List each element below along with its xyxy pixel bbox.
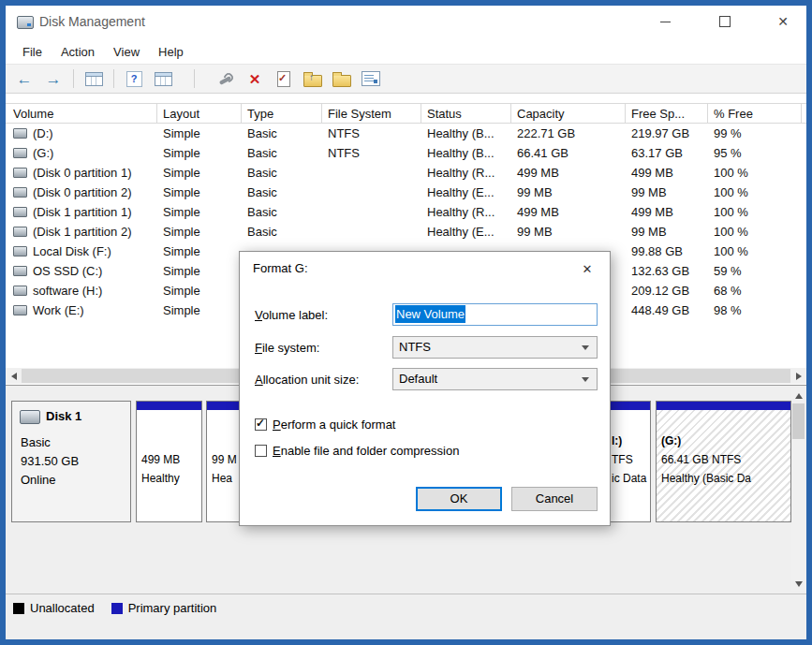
cell-volume: Local Disk (F:) [7,242,157,261]
column-header-free-space[interactable]: Free Sp... [626,104,708,124]
cell-free-space: 499 MB [626,163,708,183]
allocation-unit-select[interactable]: Default [392,368,598,390]
table-header: VolumeLayoutTypeFile SystemStatusCapacit… [6,103,806,124]
table-row[interactable]: (Disk 0 partition 1)SimpleBasicHealthy (… [6,163,806,183]
volume-label-input[interactable]: New Volume [392,303,598,326]
cell-percent-free: 98 % [708,301,802,320]
partition-label: ic Data [612,469,646,488]
cell-file-system: NTFS [322,143,421,163]
scroll-left-button[interactable] [6,368,22,384]
menu-item-help[interactable]: Help [149,41,193,63]
partition-box[interactable]: (G:)66.41 GB NTFSHealthy (Basic Da [656,401,791,522]
vertical-scrollbar-thumb[interactable] [792,403,805,439]
file-system-select[interactable]: NTFS [392,336,598,359]
partition-label: 499 MB [141,450,180,469]
chevron-down-icon [582,345,589,350]
cell-volume: (Disk 1 partition 1) [7,202,157,222]
disk-info-panel[interactable]: Disk 1 Basic 931.50 GB Online [11,401,131,522]
details-view-button[interactable] [360,67,382,90]
export-list-button[interactable] [152,67,174,90]
cancel-button[interactable]: Cancel [511,487,598,511]
cell-percent-free: 95 % [708,143,802,163]
cell-type: Basic [242,202,322,222]
folder-up-icon: ↑ [303,75,322,87]
cell-volume: software (H:) [7,281,157,301]
volume-name: (Disk 0 partition 2) [33,185,131,199]
column-header-capacity[interactable]: Capacity [511,104,626,124]
wrench-icon [217,71,234,86]
help-button[interactable]: ? [123,67,145,90]
checklist-button[interactable]: ✓ [273,67,295,90]
menu-item-file[interactable]: File [13,41,52,63]
column-header-type[interactable]: Type [242,104,322,124]
table-row[interactable]: (G:)SimpleBasicNTFSHealthy (B...66.41 GB… [6,143,806,163]
column-header-status[interactable]: Status [421,104,511,124]
scroll-right-button[interactable] [790,368,806,384]
legend-item: Unallocated [13,601,95,615]
minimize-button[interactable] [649,8,681,35]
partition-box[interactable]: 499 MBHealthy [136,401,202,522]
back-button[interactable]: ← [13,67,36,90]
partition-label: Healthy [141,469,180,488]
partition-text: (G:)66.41 GB NTFSHealthy (Basic Da [661,432,751,488]
console-tree-button[interactable] [82,67,105,90]
volume-name: (G:) [33,146,53,160]
compression-checkbox[interactable]: ✓ [255,445,267,457]
ok-button[interactable]: OK [416,487,502,511]
quick-format-checkbox[interactable]: ✓ [255,418,267,431]
table-row[interactable]: (Disk 0 partition 2)SimpleBasicHealthy (… [6,183,806,202]
help-icon: ? [126,71,142,87]
forward-button[interactable]: → [42,67,65,90]
delete-volume-button[interactable]: ✕ [244,67,266,90]
selected-text: New Volume [395,305,465,323]
delete-volume-icon: ✕ [249,72,261,86]
menu-item-view[interactable]: View [104,41,149,63]
cell-volume: (Disk 0 partition 1) [7,163,157,183]
cell-percent-free: 100 % [708,242,802,261]
cell-status: Healthy (R... [421,163,511,183]
column-header-percent-free[interactable]: % Free [708,104,802,124]
partition-label: (G:) [661,432,751,450]
close-icon: ✕ [777,15,789,28]
scroll-left-icon [11,373,17,380]
dialog-close-button[interactable]: ✕ [572,257,602,280]
console-tree-icon [85,72,103,86]
cell-volume: (D:) [7,124,157,143]
cell-layout: Simple [157,143,242,163]
column-header-layout[interactable]: Layout [157,104,242,124]
legend-label: Primary partition [128,601,217,615]
table-row[interactable]: (D:)SimpleBasicNTFSHealthy (B...222.71 G… [6,124,806,143]
cell-percent-free: 100 % [708,222,802,242]
menu-item-action[interactable]: Action [52,41,104,63]
close-button[interactable]: ✕ [767,8,799,35]
cell-type: Basic [242,124,322,143]
partition-box[interactable]: 99 MHea [206,401,244,522]
cell-free-space: 99 MB [626,222,708,242]
cell-layout: Simple [157,301,242,320]
cell-percent-free: 100 % [708,163,802,183]
table-row[interactable]: (Disk 1 partition 2)SimpleBasicHealthy (… [6,222,806,242]
column-header-volume[interactable]: Volume [7,104,157,124]
vertical-scrollbar[interactable] [791,388,805,591]
format-dialog: Format G: ✕ Volume label: New Volume Fil… [239,251,611,526]
disk-icon [20,410,40,424]
partition-label: 99 M [212,450,237,469]
volume-icon [13,266,27,276]
column-header-file-system[interactable]: File System [322,104,421,124]
scroll-down-button[interactable] [791,577,805,591]
minimize-icon [660,22,671,22]
explore-folder-button[interactable] [331,67,353,90]
partition-color-bar [207,402,243,410]
table-row[interactable]: (Disk 1 partition 1)SimpleBasicHealthy (… [6,202,806,222]
quick-format-label: Perform a quick format [273,418,396,432]
cell-file-system [322,222,421,242]
tools-button[interactable] [214,67,237,90]
cell-capacity: 99 MB [511,183,626,202]
cell-type: Basic [242,143,322,163]
close-icon: ✕ [583,262,593,276]
cell-file-system [322,183,421,202]
scroll-up-button[interactable] [791,388,805,403]
cell-percent-free: 100 % [708,202,802,222]
maximize-button[interactable] [709,8,741,35]
open-folder-button[interactable]: ↑ [302,67,324,90]
